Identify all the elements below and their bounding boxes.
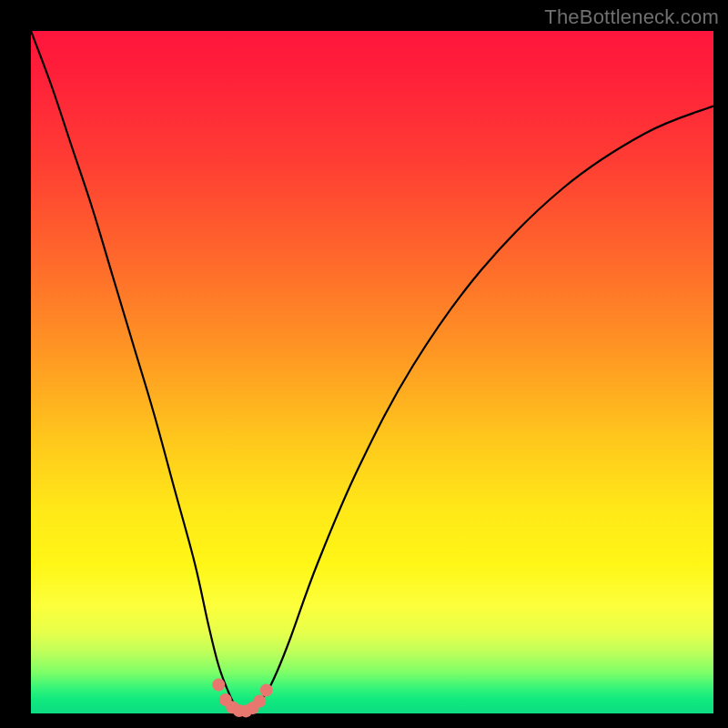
valley-markers	[212, 679, 273, 718]
bottleneck-curve	[31, 31, 713, 713]
curve-path	[31, 31, 713, 712]
valley-marker	[260, 684, 273, 697]
watermark-text: TheBottleneck.com	[544, 5, 719, 29]
chart-frame: TheBottleneck.com	[0, 0, 728, 728]
valley-marker	[253, 695, 266, 708]
plot-area	[31, 31, 713, 713]
valley-marker	[212, 679, 225, 692]
